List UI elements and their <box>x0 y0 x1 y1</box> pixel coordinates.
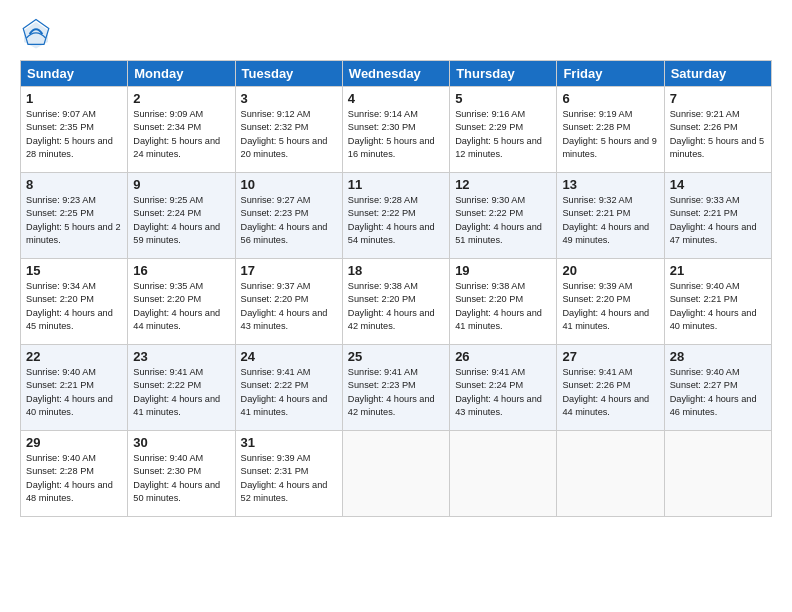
calendar-cell: 13 Sunrise: 9:32 AMSunset: 2:21 PMDaylig… <box>557 173 664 259</box>
day-number: 8 <box>26 177 122 192</box>
calendar-cell: 25 Sunrise: 9:41 AMSunset: 2:23 PMDaylig… <box>342 345 449 431</box>
day-number: 16 <box>133 263 229 278</box>
calendar-cell: 16 Sunrise: 9:35 AMSunset: 2:20 PMDaylig… <box>128 259 235 345</box>
logo-icon <box>20 18 52 50</box>
page: SundayMondayTuesdayWednesdayThursdayFrid… <box>0 0 792 612</box>
day-number: 11 <box>348 177 444 192</box>
day-number: 4 <box>348 91 444 106</box>
calendar-cell: 30 Sunrise: 9:40 AMSunset: 2:30 PMDaylig… <box>128 431 235 517</box>
calendar-cell: 11 Sunrise: 9:28 AMSunset: 2:22 PMDaylig… <box>342 173 449 259</box>
calendar-cell: 2 Sunrise: 9:09 AMSunset: 2:34 PMDayligh… <box>128 87 235 173</box>
day-number: 22 <box>26 349 122 364</box>
day-number: 28 <box>670 349 766 364</box>
day-number: 24 <box>241 349 337 364</box>
calendar-week-3: 15 Sunrise: 9:34 AMSunset: 2:20 PMDaylig… <box>21 259 772 345</box>
day-number: 30 <box>133 435 229 450</box>
calendar-cell: 28 Sunrise: 9:40 AMSunset: 2:27 PMDaylig… <box>664 345 771 431</box>
cell-content: Sunrise: 9:38 AMSunset: 2:20 PMDaylight:… <box>348 280 444 333</box>
day-number: 5 <box>455 91 551 106</box>
calendar-cell <box>342 431 449 517</box>
calendar-cell: 5 Sunrise: 9:16 AMSunset: 2:29 PMDayligh… <box>450 87 557 173</box>
calendar-cell: 9 Sunrise: 9:25 AMSunset: 2:24 PMDayligh… <box>128 173 235 259</box>
day-header-friday: Friday <box>557 61 664 87</box>
logo <box>20 18 56 50</box>
calendar-cell: 4 Sunrise: 9:14 AMSunset: 2:30 PMDayligh… <box>342 87 449 173</box>
calendar-cell: 23 Sunrise: 9:41 AMSunset: 2:22 PMDaylig… <box>128 345 235 431</box>
day-number: 3 <box>241 91 337 106</box>
calendar-cell: 1 Sunrise: 9:07 AMSunset: 2:35 PMDayligh… <box>21 87 128 173</box>
calendar-cell: 14 Sunrise: 9:33 AMSunset: 2:21 PMDaylig… <box>664 173 771 259</box>
day-number: 20 <box>562 263 658 278</box>
calendar-cell: 3 Sunrise: 9:12 AMSunset: 2:32 PMDayligh… <box>235 87 342 173</box>
cell-content: Sunrise: 9:19 AMSunset: 2:28 PMDaylight:… <box>562 108 658 161</box>
calendar-cell: 27 Sunrise: 9:41 AMSunset: 2:26 PMDaylig… <box>557 345 664 431</box>
calendar-cell: 19 Sunrise: 9:38 AMSunset: 2:20 PMDaylig… <box>450 259 557 345</box>
calendar-cell: 20 Sunrise: 9:39 AMSunset: 2:20 PMDaylig… <box>557 259 664 345</box>
cell-content: Sunrise: 9:40 AMSunset: 2:30 PMDaylight:… <box>133 452 229 505</box>
cell-content: Sunrise: 9:40 AMSunset: 2:28 PMDaylight:… <box>26 452 122 505</box>
day-number: 17 <box>241 263 337 278</box>
cell-content: Sunrise: 9:35 AMSunset: 2:20 PMDaylight:… <box>133 280 229 333</box>
day-number: 27 <box>562 349 658 364</box>
calendar-cell: 6 Sunrise: 9:19 AMSunset: 2:28 PMDayligh… <box>557 87 664 173</box>
calendar-week-2: 8 Sunrise: 9:23 AMSunset: 2:25 PMDayligh… <box>21 173 772 259</box>
day-number: 9 <box>133 177 229 192</box>
cell-content: Sunrise: 9:39 AMSunset: 2:20 PMDaylight:… <box>562 280 658 333</box>
calendar-cell <box>664 431 771 517</box>
cell-content: Sunrise: 9:07 AMSunset: 2:35 PMDaylight:… <box>26 108 122 161</box>
header <box>20 18 772 50</box>
day-number: 21 <box>670 263 766 278</box>
cell-content: Sunrise: 9:12 AMSunset: 2:32 PMDaylight:… <box>241 108 337 161</box>
cell-content: Sunrise: 9:21 AMSunset: 2:26 PMDaylight:… <box>670 108 766 161</box>
calendar-cell: 29 Sunrise: 9:40 AMSunset: 2:28 PMDaylig… <box>21 431 128 517</box>
day-number: 7 <box>670 91 766 106</box>
day-header-thursday: Thursday <box>450 61 557 87</box>
day-number: 10 <box>241 177 337 192</box>
calendar-cell: 18 Sunrise: 9:38 AMSunset: 2:20 PMDaylig… <box>342 259 449 345</box>
calendar-cell: 12 Sunrise: 9:30 AMSunset: 2:22 PMDaylig… <box>450 173 557 259</box>
cell-content: Sunrise: 9:40 AMSunset: 2:27 PMDaylight:… <box>670 366 766 419</box>
cell-content: Sunrise: 9:41 AMSunset: 2:22 PMDaylight:… <box>133 366 229 419</box>
calendar-week-1: 1 Sunrise: 9:07 AMSunset: 2:35 PMDayligh… <box>21 87 772 173</box>
day-number: 1 <box>26 91 122 106</box>
day-number: 14 <box>670 177 766 192</box>
cell-content: Sunrise: 9:32 AMSunset: 2:21 PMDaylight:… <box>562 194 658 247</box>
cell-content: Sunrise: 9:25 AMSunset: 2:24 PMDaylight:… <box>133 194 229 247</box>
calendar-cell: 10 Sunrise: 9:27 AMSunset: 2:23 PMDaylig… <box>235 173 342 259</box>
day-number: 6 <box>562 91 658 106</box>
day-number: 29 <box>26 435 122 450</box>
day-number: 25 <box>348 349 444 364</box>
calendar-cell: 24 Sunrise: 9:41 AMSunset: 2:22 PMDaylig… <box>235 345 342 431</box>
cell-content: Sunrise: 9:16 AMSunset: 2:29 PMDaylight:… <box>455 108 551 161</box>
calendar-cell <box>557 431 664 517</box>
day-number: 31 <box>241 435 337 450</box>
calendar-cell: 31 Sunrise: 9:39 AMSunset: 2:31 PMDaylig… <box>235 431 342 517</box>
calendar-cell: 8 Sunrise: 9:23 AMSunset: 2:25 PMDayligh… <box>21 173 128 259</box>
calendar: SundayMondayTuesdayWednesdayThursdayFrid… <box>20 60 772 517</box>
day-number: 12 <box>455 177 551 192</box>
cell-content: Sunrise: 9:41 AMSunset: 2:24 PMDaylight:… <box>455 366 551 419</box>
day-number: 2 <box>133 91 229 106</box>
cell-content: Sunrise: 9:27 AMSunset: 2:23 PMDaylight:… <box>241 194 337 247</box>
day-header-saturday: Saturday <box>664 61 771 87</box>
calendar-cell: 15 Sunrise: 9:34 AMSunset: 2:20 PMDaylig… <box>21 259 128 345</box>
cell-content: Sunrise: 9:39 AMSunset: 2:31 PMDaylight:… <box>241 452 337 505</box>
cell-content: Sunrise: 9:34 AMSunset: 2:20 PMDaylight:… <box>26 280 122 333</box>
cell-content: Sunrise: 9:23 AMSunset: 2:25 PMDaylight:… <box>26 194 122 247</box>
day-header-monday: Monday <box>128 61 235 87</box>
cell-content: Sunrise: 9:40 AMSunset: 2:21 PMDaylight:… <box>670 280 766 333</box>
calendar-cell: 17 Sunrise: 9:37 AMSunset: 2:20 PMDaylig… <box>235 259 342 345</box>
calendar-cell: 7 Sunrise: 9:21 AMSunset: 2:26 PMDayligh… <box>664 87 771 173</box>
cell-content: Sunrise: 9:09 AMSunset: 2:34 PMDaylight:… <box>133 108 229 161</box>
day-number: 19 <box>455 263 551 278</box>
cell-content: Sunrise: 9:41 AMSunset: 2:22 PMDaylight:… <box>241 366 337 419</box>
calendar-cell: 21 Sunrise: 9:40 AMSunset: 2:21 PMDaylig… <box>664 259 771 345</box>
cell-content: Sunrise: 9:38 AMSunset: 2:20 PMDaylight:… <box>455 280 551 333</box>
day-header-tuesday: Tuesday <box>235 61 342 87</box>
cell-content: Sunrise: 9:41 AMSunset: 2:23 PMDaylight:… <box>348 366 444 419</box>
cell-content: Sunrise: 9:14 AMSunset: 2:30 PMDaylight:… <box>348 108 444 161</box>
day-number: 18 <box>348 263 444 278</box>
calendar-cell <box>450 431 557 517</box>
day-header-wednesday: Wednesday <box>342 61 449 87</box>
cell-content: Sunrise: 9:40 AMSunset: 2:21 PMDaylight:… <box>26 366 122 419</box>
